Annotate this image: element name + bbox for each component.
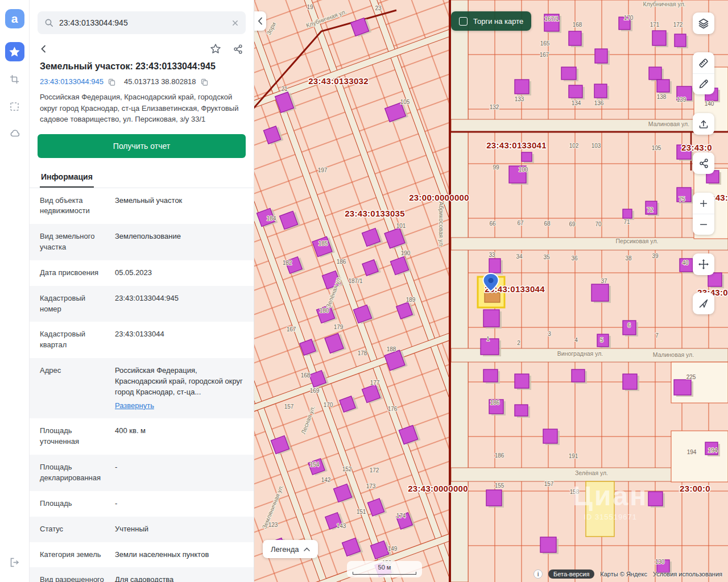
parcel-number-label: 186: [337, 259, 346, 265]
cadastral-quarter-label: 23:43:0133032: [308, 76, 369, 86]
cadastral-map-svg[interactable]: 167/116817017117216516713213313413613813…: [254, 0, 728, 582]
street-name-label: Персиковая ул.: [616, 238, 659, 244]
info-label: Адрес: [40, 365, 115, 411]
highlighted-parcel-secondary[interactable]: [586, 481, 614, 537]
parcel-number-label: 194: [687, 449, 697, 455]
info-row: АдресРоссийская Федерация, Краснодарский…: [30, 358, 254, 418]
trades-toggle-label: Торги на карте: [473, 17, 523, 26]
info-label: Вид земельного участка: [40, 231, 115, 253]
back-button[interactable]: [40, 44, 48, 53]
rail-crop-tool-button[interactable]: [5, 69, 24, 89]
pan-mode-button[interactable]: [693, 253, 714, 275]
my-location-button[interactable]: [693, 293, 714, 314]
info-row: Вид объекта недвижимостиЗемельный участо…: [30, 188, 254, 225]
star-outline-icon: [210, 43, 221, 55]
rail-select-area-button[interactable]: [5, 97, 24, 116]
edit-button[interactable]: [693, 73, 714, 94]
get-report-button[interactable]: Получить отчет: [38, 134, 246, 158]
coordinates-value: 45.013713 38.802818: [124, 77, 196, 86]
cadastral-number-link[interactable]: 23:43:0133044:945: [40, 77, 104, 86]
copy-cadastral-button[interactable]: [107, 78, 115, 86]
parcel-number-label: 173: [366, 483, 376, 489]
trades-checkbox[interactable]: [459, 17, 468, 26]
object-toolbar: [30, 36, 254, 58]
zoom-in-button[interactable]: [693, 193, 714, 214]
rail-favorites-button[interactable]: [5, 42, 24, 61]
cadastral-quarter-label: 23:43:0000000: [408, 484, 468, 493]
crop-icon: [9, 74, 20, 85]
left-rail: a: [0, 0, 30, 582]
parcel-number-label: 105: [400, 99, 410, 105]
expand-address-link[interactable]: Развернуть: [115, 401, 154, 411]
parcel-number-label: 23: [375, 5, 382, 11]
parcel-number-label: 165: [540, 40, 550, 47]
tab-information[interactable]: Информация: [40, 166, 94, 188]
parcel-number-label: 37: [601, 278, 607, 284]
info-table: Вид объекта недвижимостиЗемельный участо…: [30, 188, 254, 582]
star-icon: [9, 47, 20, 57]
legend-button[interactable]: Легенда: [263, 540, 318, 558]
parcel-number-label: 169: [310, 388, 320, 394]
terms-link[interactable]: Условия использования: [653, 571, 722, 577]
chevron-left-icon: [40, 44, 48, 53]
parcel-number-label: 6: [627, 322, 631, 329]
rail-cloud-button[interactable]: [5, 124, 24, 143]
favorite-button[interactable]: [210, 43, 221, 55]
parcel-number-label: 100: [519, 167, 528, 173]
collapse-sidebar-button[interactable]: [254, 11, 266, 31]
parcel-number-label: 191: [569, 453, 578, 459]
street-name-label: Малиновая ул.: [653, 351, 694, 358]
building: [515, 405, 528, 416]
rail-logout-button[interactable]: [5, 552, 24, 572]
parcel-number-label: 184: [267, 215, 276, 222]
parcel-number-label: 157: [284, 404, 294, 410]
parcel-number-label: 194: [708, 447, 718, 454]
upload-button[interactable]: [693, 113, 714, 135]
plus-icon: [698, 198, 709, 209]
scale-line: [353, 572, 416, 575]
info-value: 400 кв. м: [115, 426, 243, 447]
ruler-icon: [698, 57, 709, 69]
parcel-number-label: 134: [572, 100, 581, 106]
info-label: Площадь уточненная: [40, 426, 115, 447]
parcel-number-label: 171: [650, 22, 660, 28]
upload-icon: [698, 118, 709, 130]
dashed-square-icon: [9, 101, 20, 112]
map-attribution: Карты © Яндекс: [600, 571, 647, 577]
info-label: Вид объекта недвижимости: [40, 196, 115, 217]
building: [592, 284, 609, 301]
map-share-button[interactable]: [693, 152, 714, 174]
search-input[interactable]: [59, 18, 226, 27]
parcel-number-label: 167: [540, 52, 549, 58]
parcel-number-label: 170: [624, 15, 634, 21]
copy-icon: [107, 78, 115, 86]
zoom-out-button[interactable]: [693, 214, 714, 235]
trades-on-map-toggle[interactable]: Торги на карте: [451, 11, 531, 31]
parcel-number-label: 154: [310, 462, 320, 468]
parcel-number-label: 5: [600, 337, 603, 343]
map-layers-button[interactable]: [693, 13, 714, 34]
measure-button[interactable]: [693, 52, 714, 73]
cadastral-quarter-label: 23:43:0: [681, 143, 712, 152]
info-icon[interactable]: i: [533, 569, 543, 579]
cadastral-quarter-label: 23:00:0000000: [409, 193, 469, 202]
clear-search-button[interactable]: [231, 19, 239, 27]
info-value: Российская Федерация, Краснодарский край…: [115, 365, 243, 411]
copy-coordinates-button[interactable]: [200, 78, 208, 86]
parcel-number-label: 186: [490, 400, 500, 406]
info-label: Категория земель: [40, 550, 115, 560]
info-label: Площадь декларированная: [40, 462, 115, 484]
object-sidebar: Земельный участок: 23:43:0133044:945 23:…: [30, 0, 254, 582]
info-row: Площадь-: [30, 491, 254, 517]
navigate-icon: [698, 298, 709, 309]
app-logo[interactable]: a: [5, 9, 24, 28]
building: [595, 49, 607, 63]
parcel-number-label: 7: [655, 332, 659, 339]
map-canvas[interactable]: 167/116817017117216516713213313413613813…: [254, 0, 728, 582]
info-row: Кадастровый квартал23:43:0133044: [30, 322, 254, 358]
draw-tools-group: [693, 52, 714, 94]
parcel-number-label: 39: [652, 253, 659, 259]
share-button[interactable]: [233, 44, 243, 55]
parcel-number-label: 179: [334, 324, 344, 330]
parcel-number-label: 70: [595, 221, 602, 227]
